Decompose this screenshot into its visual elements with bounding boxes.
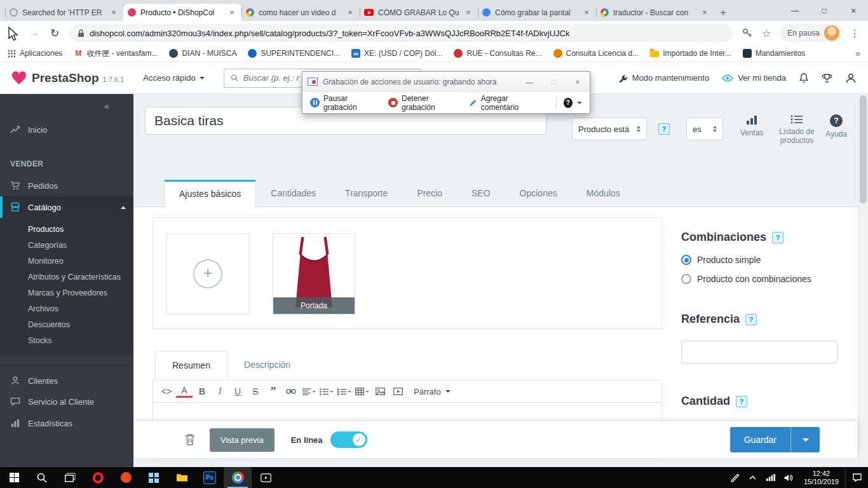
hidden-icons-chevron-icon[interactable] — [744, 467, 762, 488]
bullet-list-button[interactable] — [318, 383, 335, 400]
text-color-button[interactable]: A — [176, 384, 193, 398]
image-dropzone[interactable]: + — [166, 233, 250, 315]
simple-product-option[interactable]: Producto simple — [681, 255, 761, 265]
product-image-thumbnail[interactable]: Portada — [273, 233, 355, 315]
chrome-button[interactable] — [224, 467, 252, 488]
password-key-icon[interactable] — [738, 24, 757, 43]
task-view-button[interactable] — [56, 467, 84, 488]
red-app-button[interactable] — [112, 467, 140, 488]
link-button[interactable] — [283, 383, 299, 400]
brand-name[interactable]: PrestaShop — [32, 71, 99, 85]
bookmark-star-icon[interactable]: ☆ — [757, 24, 776, 43]
tab-close-icon[interactable]: × — [700, 8, 710, 18]
help-badge-icon[interactable]: ? — [658, 123, 670, 135]
pause-recording-button[interactable]: Pausar grabación — [310, 94, 384, 112]
file-explorer-button[interactable] — [168, 467, 196, 488]
bookmark-item[interactable]: Mandamientos — [743, 49, 806, 58]
sidebar-item-stocks[interactable]: Stocks — [0, 333, 133, 349]
recorder-close-button[interactable]: × — [568, 75, 587, 89]
reference-input[interactable] — [681, 341, 837, 363]
window-minimize-button[interactable]: — — [780, 0, 810, 21]
online-toggle[interactable]: ✓ — [330, 431, 367, 448]
tab-modules[interactable]: Módulos — [572, 180, 635, 207]
recorder-title-bar[interactable]: Grabación de acciones de usuario: graban… — [302, 72, 590, 92]
italic-button[interactable]: I — [212, 383, 228, 400]
tab-quantities[interactable]: Cantidades — [256, 180, 330, 207]
help-badge-icon[interactable]: ? — [736, 396, 747, 407]
photoshop-button[interactable] — [196, 467, 224, 488]
radio-selected-icon[interactable] — [681, 255, 691, 265]
stop-recording-button[interactable]: Detener grabación — [388, 94, 465, 112]
prestashop-logo-icon[interactable] — [11, 71, 27, 85]
sidebar-item-files[interactable]: Archivos — [0, 301, 133, 317]
bookmark-item[interactable]: XE: (USD / COP) Dól... — [351, 49, 442, 58]
apps-shortcut[interactable]: Aplicaciones — [8, 49, 62, 58]
insert-video-button[interactable] — [390, 383, 406, 400]
add-comment-button[interactable]: Agregar comentario — [469, 94, 548, 112]
browser-tab-product-active[interactable]: Producto • DiShopCol × — [123, 4, 241, 21]
numbered-list-button[interactable] — [336, 383, 353, 400]
browser-tab-search-results[interactable]: Searched for 'HTTP ER × — [5, 4, 123, 21]
sidebar-item-monitoring[interactable]: Monitoreo — [0, 254, 133, 269]
trophy-icon[interactable] — [822, 73, 832, 83]
bookmark-item[interactable]: 收件匣 - ventasfam... — [74, 48, 158, 59]
bookmarks-overflow-icon[interactable]: » — [855, 48, 860, 58]
browser-menu-icon[interactable]: ⋮ — [845, 24, 864, 43]
tab-options[interactable]: Opciones — [505, 180, 572, 207]
save-dropdown-button[interactable] — [790, 427, 820, 452]
combinations-product-option[interactable]: Producto con combinaciones — [681, 274, 811, 284]
chevron-down-icon[interactable] — [577, 102, 582, 104]
profile-sync-chip[interactable]: En pausa — [780, 24, 841, 42]
opera-app-button[interactable] — [84, 467, 112, 488]
view-shop-link[interactable]: Ver mi tienda — [722, 73, 786, 83]
taskbar-search-button[interactable] — [28, 467, 56, 488]
sidebar-item-customers[interactable]: Clientes — [0, 370, 133, 391]
bookmark-item[interactable]: RUE - Consultas Re... — [454, 49, 541, 58]
sidebar-item-stats[interactable]: Estadísticas — [0, 412, 133, 434]
sidebar-item-catalog[interactable]: Catálogo — [0, 196, 133, 218]
preview-button[interactable]: Vista previa — [210, 428, 275, 452]
tab-description[interactable]: Descripción — [227, 351, 307, 379]
table-button[interactable] — [354, 383, 370, 400]
browser-tab-video-howto[interactable]: como hacer un video d × — [241, 4, 360, 21]
save-button[interactable]: Guardar — [730, 427, 790, 452]
sidebar-collapse-icon[interactable]: « — [0, 94, 133, 111]
forward-button[interactable]: → — [24, 23, 44, 43]
maintenance-mode-indicator[interactable]: Modo mantenimiento — [618, 73, 709, 83]
recorder-minimize-button[interactable]: — — [520, 75, 539, 89]
action-center-button[interactable] — [845, 467, 868, 488]
browser-tab-screen-record[interactable]: Cómo grabar la pantal × — [478, 4, 596, 21]
bookmark-item[interactable]: Consulta Licencia d... — [553, 49, 639, 58]
paragraph-format-select[interactable]: Párrafo — [414, 387, 451, 396]
source-code-button[interactable]: <> — [158, 383, 175, 400]
help-badge-icon[interactable]: ? — [772, 232, 783, 243]
new-tab-button[interactable]: + — [714, 4, 732, 21]
movies-app-button[interactable] — [252, 467, 280, 488]
grid-app-button[interactable] — [140, 467, 168, 488]
tab-summary[interactable]: Resumen — [155, 351, 227, 379]
notifications-bell-icon[interactable] — [799, 72, 809, 83]
window-close-button[interactable]: × — [839, 0, 868, 21]
scrollbar-thumb[interactable] — [860, 95, 867, 203]
recorder-maximize-button[interactable]: □ — [544, 75, 563, 89]
blockquote-button[interactable]: ” — [265, 383, 281, 400]
bookmark-item[interactable]: Importado de Inter... — [650, 49, 731, 58]
volume-icon[interactable] — [780, 467, 797, 488]
sidebar-item-categories[interactable]: Categorías — [0, 238, 133, 254]
sidebar-item-attributes[interactable]: Atributos y Características — [0, 269, 133, 285]
bookmark-item[interactable]: SUPERINTENDENCI... — [248, 49, 340, 58]
account-person-icon[interactable] — [845, 72, 857, 84]
product-list-tool-button[interactable]: Listado de productos — [774, 114, 820, 145]
help-tool-button[interactable]: ? Ayuda — [818, 114, 854, 139]
sidebar-item-home[interactable]: Inicio — [0, 119, 133, 140]
align-button[interactable] — [301, 383, 317, 400]
steps-recorder-window[interactable]: Grabación de acciones de usuario: graban… — [302, 71, 590, 114]
radio-unselected-icon[interactable] — [681, 274, 691, 284]
bold-button[interactable]: B — [194, 383, 210, 400]
browser-tab-translator[interactable]: traductor - Buscar con × — [596, 4, 714, 21]
underline-button[interactable]: U — [229, 383, 246, 400]
product-type-select[interactable]: Producto está — [572, 118, 647, 140]
tab-close-icon[interactable]: × — [109, 8, 119, 18]
tab-seo[interactable]: SEO — [457, 180, 505, 207]
quick-access-menu[interactable]: Acceso rápido — [143, 73, 204, 83]
